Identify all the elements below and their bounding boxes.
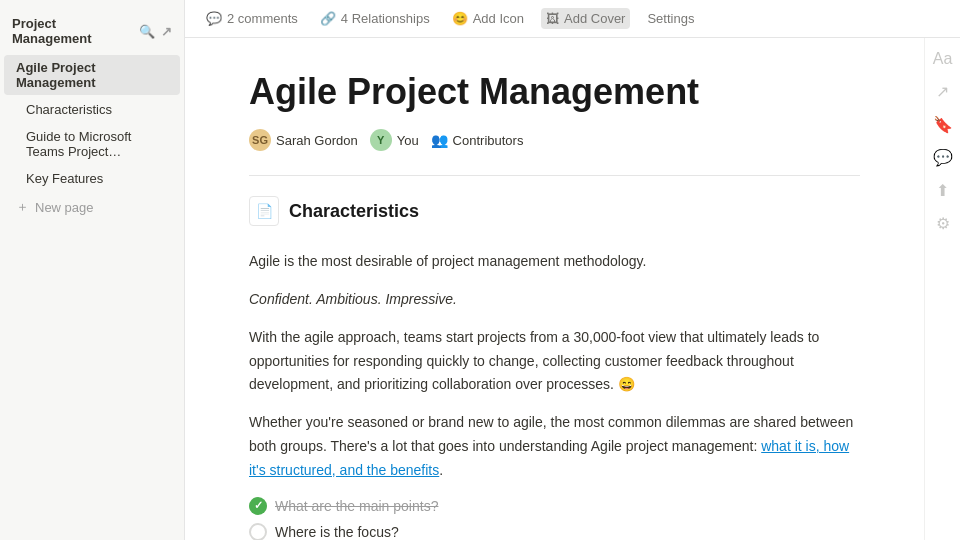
comment-icon: 💬 bbox=[206, 11, 222, 26]
contributors-button[interactable]: 👥 Contributors bbox=[431, 132, 524, 148]
relationships-label: 4 Relationships bbox=[341, 11, 430, 26]
search-icon[interactable]: 🔍 bbox=[139, 24, 155, 39]
document-icon: 📄 bbox=[256, 203, 273, 219]
author-sarah-name: Sarah Gordon bbox=[276, 133, 358, 148]
right-sidebar: Aa ↗ 🔖 💬 ⬆ ⚙ bbox=[924, 38, 960, 540]
export-icon[interactable]: ⬆ bbox=[936, 181, 949, 200]
plus-icon: ＋ bbox=[16, 198, 29, 216]
new-page-button[interactable]: ＋ New page bbox=[4, 193, 180, 221]
comments-button[interactable]: 💬 2 comments bbox=[201, 8, 303, 29]
author-sarah[interactable]: SG Sarah Gordon bbox=[249, 129, 358, 151]
contributors-icon: 👥 bbox=[431, 132, 448, 148]
body-para3-after: . bbox=[439, 462, 443, 478]
sidebar-item-label: Key Features bbox=[26, 171, 103, 186]
author-you-name: You bbox=[397, 133, 419, 148]
characteristics-block: 📄 Characteristics bbox=[249, 196, 860, 226]
check-empty-icon[interactable] bbox=[249, 523, 267, 540]
checklist-item-1-label: What are the main points? bbox=[275, 498, 438, 514]
sidebar-item-label: Agile Project Management bbox=[16, 60, 168, 90]
sidebar-item-agile-pm[interactable]: Agile Project Management bbox=[4, 55, 180, 95]
body-paragraph-1: Agile is the most desirable of project m… bbox=[249, 250, 860, 274]
sidebar-header: Project Management 🔍 ↗ bbox=[0, 8, 184, 54]
image-icon: 🖼 bbox=[546, 11, 559, 26]
author-you[interactable]: Y You bbox=[370, 129, 419, 151]
body-paragraph-3: Whether you're seasoned or brand new to … bbox=[249, 411, 860, 482]
bookmark-icon[interactable]: 🔖 bbox=[933, 115, 953, 134]
page-title: Agile Project Management bbox=[249, 70, 860, 113]
body-paragraph-2: With the agile approach, teams start pro… bbox=[249, 326, 860, 397]
checklist-item-2-label: Where is the focus? bbox=[275, 524, 399, 540]
sidebar: Project Management 🔍 ↗ Agile Project Man… bbox=[0, 0, 185, 540]
add-icon-label: Add Icon bbox=[473, 11, 524, 26]
relationships-button[interactable]: 🔗 4 Relationships bbox=[315, 8, 435, 29]
add-cover-button[interactable]: 🖼 Add Cover bbox=[541, 8, 630, 29]
sidebar-title: Project Management bbox=[12, 16, 133, 46]
checklist-item-1[interactable]: What are the main points? bbox=[249, 497, 860, 515]
sidebar-header-icons: 🔍 ↗ bbox=[139, 24, 172, 39]
avatar-sarah: SG bbox=[249, 129, 271, 151]
settings-button[interactable]: Settings bbox=[642, 8, 699, 29]
sidebar-item-guide-ms-teams[interactable]: Guide to Microsoft Teams Project… bbox=[4, 124, 180, 164]
contributors-label: Contributors bbox=[453, 133, 524, 148]
main-area: 💬 2 comments 🔗 4 Relationships 😊 Add Ico… bbox=[185, 0, 960, 540]
sidebar-item-label: Characteristics bbox=[26, 102, 112, 117]
emoji-icon: 😊 bbox=[452, 11, 468, 26]
authors-row: SG Sarah Gordon Y You 👥 Contributors bbox=[249, 129, 860, 151]
topbar: 💬 2 comments 🔗 4 Relationships 😊 Add Ico… bbox=[185, 0, 960, 38]
content-wrap: Agile Project Management SG Sarah Gordon… bbox=[185, 38, 960, 540]
sidebar-item-label: Guide to Microsoft Teams Project… bbox=[26, 129, 168, 159]
relationship-icon: 🔗 bbox=[320, 11, 336, 26]
check-done-icon[interactable] bbox=[249, 497, 267, 515]
body-italic: Confident. Ambitious. Impressive. bbox=[249, 288, 860, 312]
section-icon-box: 📄 bbox=[249, 196, 279, 226]
sidebar-item-characteristics[interactable]: Characteristics bbox=[4, 97, 180, 122]
settings-gear-icon[interactable]: ⚙ bbox=[936, 214, 950, 233]
new-page-label: New page bbox=[35, 200, 94, 215]
expand-icon[interactable]: ↗ bbox=[161, 24, 172, 39]
chat-icon[interactable]: 💬 bbox=[933, 148, 953, 167]
add-cover-label: Add Cover bbox=[564, 11, 625, 26]
share-icon[interactable]: ↗ bbox=[936, 82, 949, 101]
font-size-icon[interactable]: Aa bbox=[933, 50, 953, 68]
divider bbox=[249, 175, 860, 176]
add-icon-button[interactable]: 😊 Add Icon bbox=[447, 8, 529, 29]
comments-label: 2 comments bbox=[227, 11, 298, 26]
settings-label: Settings bbox=[647, 11, 694, 26]
checklist-item-2[interactable]: Where is the focus? bbox=[249, 523, 860, 540]
section-title: Characteristics bbox=[289, 201, 419, 222]
sidebar-item-key-features[interactable]: Key Features bbox=[4, 166, 180, 191]
content-area: Agile Project Management SG Sarah Gordon… bbox=[185, 38, 924, 540]
avatar-you: Y bbox=[370, 129, 392, 151]
